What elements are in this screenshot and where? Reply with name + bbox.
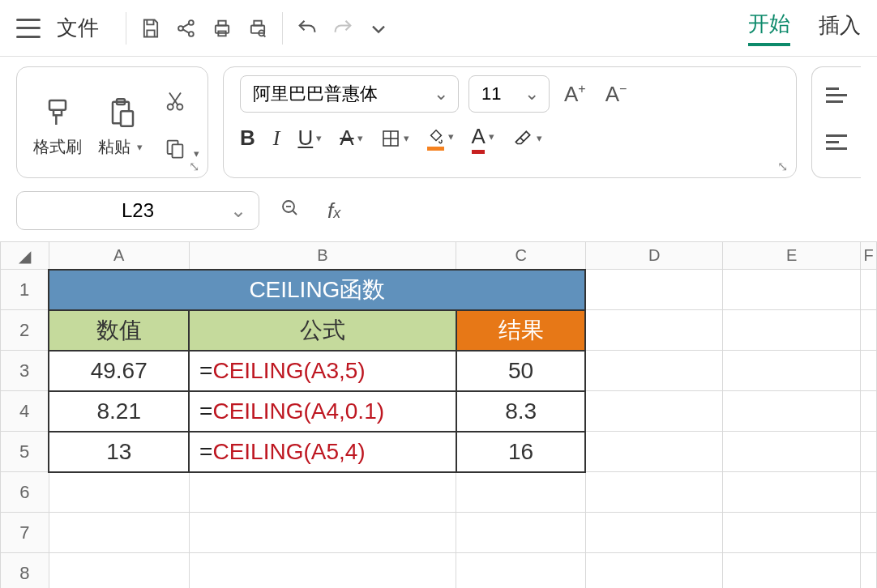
- row-8: 8: [1, 553, 877, 589]
- save-icon[interactable]: [133, 11, 169, 46]
- cell-A5[interactable]: 13: [49, 432, 189, 472]
- align-left-icon[interactable]: [820, 126, 853, 158]
- col-header-F[interactable]: F: [860, 242, 876, 270]
- paste-icon[interactable]: [101, 92, 141, 133]
- formula-input[interactable]: [355, 191, 861, 230]
- cell-A4[interactable]: 8.21: [49, 391, 189, 432]
- svg-rect-16: [173, 144, 183, 157]
- svg-rect-4: [218, 20, 225, 25]
- cell-title[interactable]: CEILING函数: [49, 270, 585, 310]
- undo-icon[interactable]: [289, 11, 325, 46]
- col-header-C[interactable]: C: [456, 242, 586, 270]
- col-header-E[interactable]: E: [723, 242, 861, 270]
- svg-rect-3: [216, 25, 229, 32]
- formula-bar: L23 ⌄ fx: [0, 186, 877, 235]
- cell-header-formula[interactable]: 公式: [189, 310, 456, 351]
- fx-label[interactable]: fx: [327, 198, 340, 224]
- row-header-8[interactable]: 8: [1, 553, 49, 589]
- fill-color-button[interactable]: ▾: [427, 128, 454, 149]
- row-header-4[interactable]: 4: [1, 391, 49, 432]
- spreadsheet-grid[interactable]: ◢ A B C D E F 1 CEILING函数 2 数值 公式 结果 3 4…: [0, 241, 877, 588]
- row-2: 2 数值 公式 结果: [1, 310, 877, 351]
- svg-rect-7: [254, 20, 261, 25]
- zoom-formula-icon[interactable]: [274, 198, 306, 223]
- eraser-icon[interactable]: ▾: [512, 128, 542, 149]
- print-preview-icon[interactable]: [240, 11, 276, 46]
- column-header-row: ◢ A B C D E F: [1, 242, 877, 270]
- align-top-icon[interactable]: [820, 79, 853, 111]
- font-color-button[interactable]: A▾: [472, 124, 494, 152]
- row-7: 7: [1, 513, 877, 553]
- increase-font-icon[interactable]: A+: [559, 82, 591, 107]
- share-icon[interactable]: [169, 11, 204, 46]
- decrease-font-icon[interactable]: A−: [601, 82, 632, 107]
- print-icon[interactable]: [204, 11, 240, 46]
- col-header-A[interactable]: A: [49, 242, 189, 270]
- font-group: 阿里巴巴普惠体⌄ 11⌄ A+ A− B I U▾ A▾ ▾ ▾ A▾: [223, 66, 797, 178]
- svg-rect-6: [251, 25, 264, 32]
- row-5: 5 13 =CEILING(A5,4) 16: [1, 432, 877, 472]
- cell-C5[interactable]: 16: [456, 432, 586, 472]
- tab-insert[interactable]: 插入: [819, 11, 861, 45]
- row-header-6[interactable]: 6: [1, 472, 49, 513]
- top-menu-bar: 文件 开始 插入: [0, 0, 877, 57]
- cell-header-result[interactable]: 结果: [456, 310, 586, 351]
- row-6: 6: [1, 472, 877, 513]
- divider: [126, 12, 126, 45]
- col-header-B[interactable]: B: [189, 242, 456, 270]
- cell-A3[interactable]: 49.67: [49, 351, 189, 391]
- font-size-select[interactable]: 11⌄: [468, 75, 550, 113]
- select-all-corner[interactable]: ◢: [1, 242, 49, 270]
- font-name-select[interactable]: 阿里巴巴普惠体⌄: [240, 75, 459, 113]
- cell-C3[interactable]: 50: [456, 351, 586, 391]
- name-box[interactable]: L23 ⌄: [16, 191, 259, 230]
- font-expand-icon[interactable]: ⤡: [777, 159, 788, 174]
- divider: [282, 12, 283, 45]
- cell-B3[interactable]: =CEILING(A3,5): [189, 351, 456, 391]
- align-group: [811, 66, 861, 178]
- cell-B4[interactable]: =CEILING(A4,0.1): [189, 391, 456, 432]
- border-button[interactable]: ▾: [381, 129, 409, 148]
- ribbon: 格式刷 粘贴▾ ▾ ⤡ 阿里巴巴普惠体⌄ 11⌄ A: [0, 57, 877, 182]
- bold-button[interactable]: B: [240, 126, 255, 151]
- row-header-7[interactable]: 7: [1, 513, 49, 553]
- svg-rect-12: [121, 111, 133, 126]
- file-menu[interactable]: 文件: [57, 14, 99, 42]
- col-header-D[interactable]: D: [585, 242, 723, 270]
- format-painter-label[interactable]: 格式刷: [33, 136, 82, 158]
- strikethrough-button[interactable]: A▾: [340, 126, 362, 151]
- tab-start[interactable]: 开始: [748, 10, 790, 46]
- format-painter-icon[interactable]: [37, 92, 78, 133]
- cut-icon[interactable]: [159, 85, 191, 117]
- row-4: 4 8.21 =CEILING(A4,0.1) 8.3: [1, 391, 877, 432]
- row-header-3[interactable]: 3: [1, 351, 49, 391]
- cell-C4[interactable]: 8.3: [456, 391, 586, 432]
- underline-button[interactable]: U▾: [297, 126, 322, 151]
- paste-label[interactable]: 粘贴▾: [98, 136, 143, 158]
- more-dropdown-icon[interactable]: [361, 11, 396, 46]
- hamburger-icon[interactable]: [16, 19, 41, 38]
- cell-header-value[interactable]: 数值: [49, 310, 189, 351]
- copy-icon[interactable]: ▾: [159, 132, 191, 164]
- svg-rect-9: [49, 100, 66, 110]
- clipboard-group: 格式刷 粘贴▾ ▾ ⤡: [16, 66, 208, 178]
- row-header-2[interactable]: 2: [1, 310, 49, 351]
- cell-B5[interactable]: =CEILING(A5,4): [189, 432, 456, 472]
- row-header-5[interactable]: 5: [1, 432, 49, 472]
- redo-icon[interactable]: [325, 11, 361, 46]
- italic-button[interactable]: I: [273, 126, 280, 151]
- row-3: 3 49.67 =CEILING(A3,5) 50: [1, 351, 877, 391]
- row-header-1[interactable]: 1: [1, 270, 49, 310]
- clipboard-expand-icon[interactable]: ⤡: [189, 159, 199, 174]
- row-1: 1 CEILING函数: [1, 270, 877, 310]
